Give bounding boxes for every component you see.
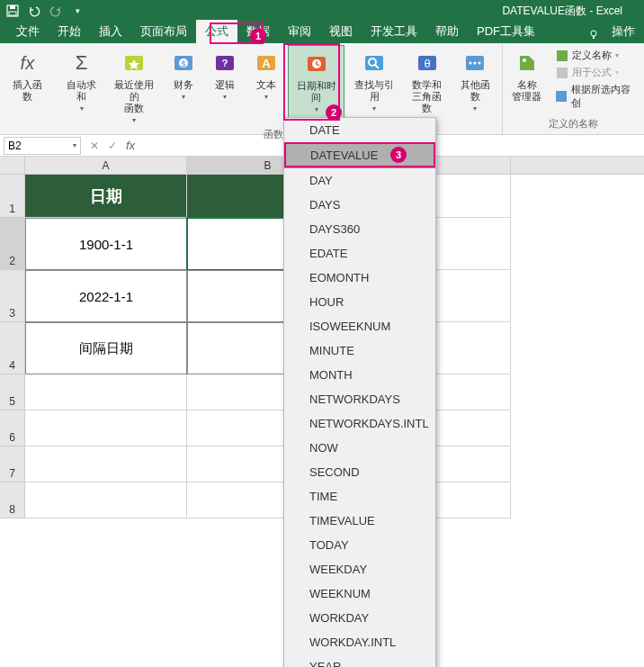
- text-icon: A: [252, 49, 281, 77]
- tab-insert[interactable]: 插入: [90, 20, 131, 43]
- ribbon-group-insertfn: fx 插入函数: [0, 43, 55, 134]
- cell-A2[interactable]: 1900-1-1: [25, 218, 187, 270]
- col-header-A[interactable]: A: [25, 157, 187, 174]
- tell-me[interactable]: 操作: [603, 20, 644, 43]
- logical-button[interactable]: ? 逻辑 ▾: [205, 45, 245, 104]
- name-box[interactable]: B2 ▾: [4, 137, 81, 155]
- row-header-8[interactable]: 8: [0, 482, 25, 518]
- dd-item-time[interactable]: TIME: [284, 484, 435, 509]
- tab-file[interactable]: 文件: [7, 20, 49, 43]
- dd-item-minute[interactable]: MINUTE: [284, 338, 435, 363]
- dd-item-workday[interactable]: WORKDAY: [284, 606, 435, 630]
- save-icon[interactable]: [4, 2, 22, 20]
- cell-A3[interactable]: 2022-1-1: [25, 270, 187, 322]
- math-button[interactable]: θ 数学和 三角函数 ▾: [404, 45, 451, 128]
- chevron-down-icon: ▾: [132, 116, 136, 124]
- tell-me-icon[interactable]: [585, 25, 603, 43]
- cancel-icon[interactable]: ✕: [90, 140, 99, 152]
- fx-icon[interactable]: fx: [126, 139, 135, 152]
- dd-item-datevalue[interactable]: DATEVALUE: [284, 142, 435, 168]
- svg-text:$: $: [181, 59, 185, 68]
- svg-point-21: [470, 62, 472, 65]
- insert-fn-label: 插入函数: [9, 79, 46, 103]
- dd-item-year[interactable]: YEAR: [284, 654, 435, 667]
- dd-item-workday-intl[interactable]: WORKDAY.INTL: [284, 630, 435, 654]
- tab-view[interactable]: 视图: [320, 20, 362, 43]
- dd-item-day[interactable]: DAY: [284, 168, 435, 193]
- dd-item-hour[interactable]: HOUR: [284, 290, 435, 314]
- cell-A4[interactable]: 间隔日期: [25, 322, 187, 374]
- dd-item-date[interactable]: DATE: [284, 118, 435, 142]
- use-formula-label: 用于公式: [572, 66, 612, 79]
- chevron-down-icon: ▾: [372, 104, 376, 113]
- row-header-5[interactable]: 5: [0, 374, 25, 410]
- tab-review[interactable]: 审阅: [279, 20, 320, 43]
- dd-item-timevalue[interactable]: TIMEVALUE: [284, 509, 435, 533]
- row-header-2[interactable]: 2: [0, 218, 25, 270]
- dd-item-eomonth[interactable]: EOMONTH: [284, 266, 435, 290]
- row-header-1[interactable]: 1: [0, 175, 25, 218]
- dd-item-now[interactable]: NOW: [284, 436, 435, 460]
- insert-function-button[interactable]: fx 插入函数: [4, 45, 51, 106]
- tab-formulas[interactable]: 公式: [196, 20, 237, 43]
- quick-access-toolbar: ▾: [4, 2, 86, 20]
- tab-home[interactable]: 开始: [49, 20, 90, 43]
- qat-customize-icon[interactable]: ▾: [68, 2, 86, 20]
- cell-A8[interactable]: [25, 482, 187, 518]
- cell-A6[interactable]: [25, 410, 187, 446]
- dd-item-edate[interactable]: EDATE: [284, 241, 435, 266]
- redo-icon[interactable]: [47, 2, 65, 20]
- more-button[interactable]: 其他函数 ▾: [452, 45, 498, 116]
- dd-item-today[interactable]: TODAY: [284, 533, 435, 557]
- row-header-4[interactable]: 4: [0, 322, 25, 374]
- autosum-button[interactable]: Σ 自动求和 ▾: [58, 45, 105, 116]
- row-header-6[interactable]: 6: [0, 410, 25, 446]
- lookup-button[interactable]: 查找与引用 ▾: [346, 45, 402, 116]
- tab-pdf[interactable]: PDF工具集: [468, 20, 544, 43]
- star-icon: [120, 49, 148, 77]
- financial-button[interactable]: $ 财务 ▾: [164, 45, 203, 104]
- dd-item-weekday[interactable]: WEEKDAY: [284, 557, 435, 581]
- cell-A5[interactable]: [25, 374, 187, 410]
- define-name-button[interactable]: 定义名称 ▾: [556, 49, 633, 62]
- create-from-sel-button[interactable]: 根据所选内容创: [556, 83, 633, 110]
- use-formula-button[interactable]: 用于公式 ▾: [556, 66, 633, 79]
- row-header-3[interactable]: 3: [0, 270, 25, 322]
- svg-point-3: [591, 31, 596, 36]
- names-list: 定义名称 ▾ 用于公式 ▾ 根据所选内容创: [549, 45, 640, 113]
- row-header-7[interactable]: 7: [0, 446, 25, 482]
- tab-pagelayout[interactable]: 页面布局: [131, 20, 196, 43]
- group-label-names: 定义的名称: [549, 117, 598, 132]
- svg-rect-1: [10, 5, 15, 9]
- recent-button[interactable]: 最近使用的 函数 ▾: [106, 45, 162, 128]
- name-manager-button[interactable]: 名称 管理器: [506, 45, 547, 106]
- svg-rect-25: [557, 50, 568, 61]
- svg-point-23: [479, 62, 481, 65]
- dd-item-month[interactable]: MONTH: [284, 363, 435, 387]
- define-name-icon: [556, 50, 568, 62]
- financial-label: 财务: [174, 79, 193, 91]
- create-sel-label: 根据所选内容创: [571, 83, 633, 110]
- lookup-label: 查找与引用: [352, 79, 397, 103]
- create-sel-icon: [556, 90, 568, 103]
- enter-icon[interactable]: ✓: [108, 140, 117, 152]
- text-button[interactable]: A 文本 ▾: [246, 45, 286, 104]
- fx-icon: fx: [13, 49, 41, 77]
- tab-help[interactable]: 帮助: [426, 20, 468, 43]
- undo-icon[interactable]: [25, 2, 43, 20]
- dd-item-isoweeknum[interactable]: ISOWEEKNUM: [284, 314, 435, 338]
- logical-label: 逻辑: [215, 79, 235, 91]
- dd-item-weeknum[interactable]: WEEKNUM: [284, 581, 435, 606]
- dd-item-second[interactable]: SECOND: [284, 460, 435, 484]
- dd-item-networkdays-intl[interactable]: NETWORKDAYS.INTL: [284, 411, 435, 436]
- dd-item-networkdays[interactable]: NETWORKDAYS: [284, 387, 435, 411]
- cell-A1[interactable]: 日期: [25, 175, 187, 218]
- cell-A7[interactable]: [25, 446, 187, 482]
- ribbon-group-names: 名称 管理器 定义名称 ▾ 用于公式 ▾ 根据所选内容创 定义的名: [503, 43, 644, 134]
- dd-item-days360[interactable]: DAYS360: [284, 217, 435, 241]
- tab-developer[interactable]: 开发工具: [362, 20, 426, 43]
- select-all-corner[interactable]: [0, 157, 25, 174]
- datetime-label: 日期和时间: [294, 80, 339, 104]
- chevron-down-icon[interactable]: ▾: [73, 141, 76, 149]
- dd-item-days[interactable]: DAYS: [284, 193, 435, 217]
